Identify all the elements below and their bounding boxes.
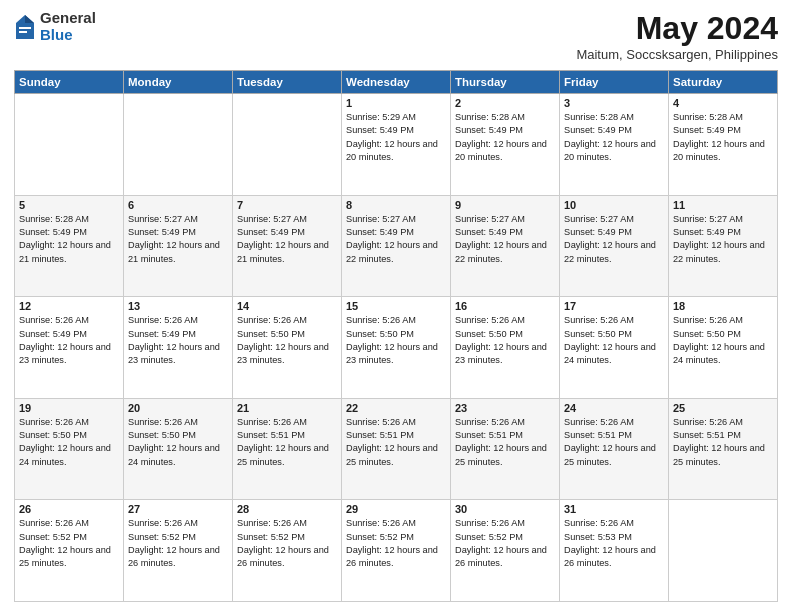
- day-number: 12: [19, 300, 119, 312]
- calendar-cell: 2Sunrise: 5:28 AM Sunset: 5:49 PM Daylig…: [451, 94, 560, 196]
- day-info: Sunrise: 5:26 AM Sunset: 5:52 PM Dayligh…: [237, 517, 337, 570]
- day-info: Sunrise: 5:26 AM Sunset: 5:52 PM Dayligh…: [346, 517, 446, 570]
- calendar-cell: [669, 500, 778, 602]
- day-info: Sunrise: 5:26 AM Sunset: 5:50 PM Dayligh…: [237, 314, 337, 367]
- day-number: 27: [128, 503, 228, 515]
- day-number: 22: [346, 402, 446, 414]
- calendar-cell: 11Sunrise: 5:27 AM Sunset: 5:49 PM Dayli…: [669, 195, 778, 297]
- day-info: Sunrise: 5:26 AM Sunset: 5:49 PM Dayligh…: [19, 314, 119, 367]
- weekday-header-wednesday: Wednesday: [342, 71, 451, 94]
- weekday-header-sunday: Sunday: [15, 71, 124, 94]
- day-info: Sunrise: 5:27 AM Sunset: 5:49 PM Dayligh…: [673, 213, 773, 266]
- calendar-cell: 8Sunrise: 5:27 AM Sunset: 5:49 PM Daylig…: [342, 195, 451, 297]
- day-info: Sunrise: 5:27 AM Sunset: 5:49 PM Dayligh…: [128, 213, 228, 266]
- calendar-cell: 13Sunrise: 5:26 AM Sunset: 5:49 PM Dayli…: [124, 297, 233, 399]
- weekday-header-saturday: Saturday: [669, 71, 778, 94]
- svg-rect-2: [19, 27, 31, 29]
- calendar-cell: 1Sunrise: 5:29 AM Sunset: 5:49 PM Daylig…: [342, 94, 451, 196]
- svg-rect-3: [19, 31, 27, 33]
- calendar-cell: 20Sunrise: 5:26 AM Sunset: 5:50 PM Dayli…: [124, 398, 233, 500]
- day-info: Sunrise: 5:29 AM Sunset: 5:49 PM Dayligh…: [346, 111, 446, 164]
- calendar-cell: 3Sunrise: 5:28 AM Sunset: 5:49 PM Daylig…: [560, 94, 669, 196]
- day-number: 15: [346, 300, 446, 312]
- main-title: May 2024: [576, 10, 778, 47]
- day-number: 3: [564, 97, 664, 109]
- day-number: 16: [455, 300, 555, 312]
- calendar-cell: 16Sunrise: 5:26 AM Sunset: 5:50 PM Dayli…: [451, 297, 560, 399]
- day-info: Sunrise: 5:26 AM Sunset: 5:51 PM Dayligh…: [673, 416, 773, 469]
- day-number: 14: [237, 300, 337, 312]
- calendar-cell: 21Sunrise: 5:26 AM Sunset: 5:51 PM Dayli…: [233, 398, 342, 500]
- day-info: Sunrise: 5:26 AM Sunset: 5:51 PM Dayligh…: [455, 416, 555, 469]
- weekday-header-friday: Friday: [560, 71, 669, 94]
- logo-blue-text: Blue: [40, 27, 96, 44]
- day-number: 1: [346, 97, 446, 109]
- day-info: Sunrise: 5:26 AM Sunset: 5:50 PM Dayligh…: [346, 314, 446, 367]
- weekday-header-tuesday: Tuesday: [233, 71, 342, 94]
- weekday-header-monday: Monday: [124, 71, 233, 94]
- day-number: 28: [237, 503, 337, 515]
- day-info: Sunrise: 5:28 AM Sunset: 5:49 PM Dayligh…: [564, 111, 664, 164]
- day-number: 5: [19, 199, 119, 211]
- calendar-cell: 23Sunrise: 5:26 AM Sunset: 5:51 PM Dayli…: [451, 398, 560, 500]
- calendar-week-5: 26Sunrise: 5:26 AM Sunset: 5:52 PM Dayli…: [15, 500, 778, 602]
- day-info: Sunrise: 5:26 AM Sunset: 5:52 PM Dayligh…: [128, 517, 228, 570]
- day-number: 31: [564, 503, 664, 515]
- day-number: 2: [455, 97, 555, 109]
- header: General Blue May 2024 Maitum, Soccsksarg…: [14, 10, 778, 62]
- calendar-cell: 7Sunrise: 5:27 AM Sunset: 5:49 PM Daylig…: [233, 195, 342, 297]
- day-info: Sunrise: 5:27 AM Sunset: 5:49 PM Dayligh…: [237, 213, 337, 266]
- day-info: Sunrise: 5:28 AM Sunset: 5:49 PM Dayligh…: [673, 111, 773, 164]
- day-info: Sunrise: 5:28 AM Sunset: 5:49 PM Dayligh…: [19, 213, 119, 266]
- day-info: Sunrise: 5:26 AM Sunset: 5:51 PM Dayligh…: [564, 416, 664, 469]
- calendar-week-2: 5Sunrise: 5:28 AM Sunset: 5:49 PM Daylig…: [15, 195, 778, 297]
- calendar-cell: 6Sunrise: 5:27 AM Sunset: 5:49 PM Daylig…: [124, 195, 233, 297]
- day-number: 21: [237, 402, 337, 414]
- calendar-cell: [233, 94, 342, 196]
- day-info: Sunrise: 5:26 AM Sunset: 5:50 PM Dayligh…: [128, 416, 228, 469]
- weekday-header-thursday: Thursday: [451, 71, 560, 94]
- calendar-cell: 19Sunrise: 5:26 AM Sunset: 5:50 PM Dayli…: [15, 398, 124, 500]
- logo-general-text: General: [40, 10, 96, 27]
- calendar-cell: 24Sunrise: 5:26 AM Sunset: 5:51 PM Dayli…: [560, 398, 669, 500]
- day-info: Sunrise: 5:26 AM Sunset: 5:50 PM Dayligh…: [564, 314, 664, 367]
- calendar-cell: 18Sunrise: 5:26 AM Sunset: 5:50 PM Dayli…: [669, 297, 778, 399]
- calendar-body: 1Sunrise: 5:29 AM Sunset: 5:49 PM Daylig…: [15, 94, 778, 602]
- calendar-header: SundayMondayTuesdayWednesdayThursdayFrid…: [15, 71, 778, 94]
- calendar-cell: 25Sunrise: 5:26 AM Sunset: 5:51 PM Dayli…: [669, 398, 778, 500]
- logo: General Blue: [14, 10, 96, 43]
- calendar-week-1: 1Sunrise: 5:29 AM Sunset: 5:49 PM Daylig…: [15, 94, 778, 196]
- calendar-cell: 10Sunrise: 5:27 AM Sunset: 5:49 PM Dayli…: [560, 195, 669, 297]
- day-number: 29: [346, 503, 446, 515]
- calendar-cell: 4Sunrise: 5:28 AM Sunset: 5:49 PM Daylig…: [669, 94, 778, 196]
- day-number: 23: [455, 402, 555, 414]
- calendar-cell: 27Sunrise: 5:26 AM Sunset: 5:52 PM Dayli…: [124, 500, 233, 602]
- calendar-cell: [15, 94, 124, 196]
- day-info: Sunrise: 5:26 AM Sunset: 5:49 PM Dayligh…: [128, 314, 228, 367]
- title-block: May 2024 Maitum, Soccsksargen, Philippin…: [576, 10, 778, 62]
- calendar-cell: 28Sunrise: 5:26 AM Sunset: 5:52 PM Dayli…: [233, 500, 342, 602]
- day-info: Sunrise: 5:26 AM Sunset: 5:52 PM Dayligh…: [455, 517, 555, 570]
- logo-icon: [14, 13, 36, 41]
- day-number: 8: [346, 199, 446, 211]
- day-info: Sunrise: 5:26 AM Sunset: 5:51 PM Dayligh…: [237, 416, 337, 469]
- day-number: 7: [237, 199, 337, 211]
- day-number: 25: [673, 402, 773, 414]
- day-number: 9: [455, 199, 555, 211]
- svg-marker-1: [25, 15, 34, 23]
- subtitle: Maitum, Soccsksargen, Philippines: [576, 47, 778, 62]
- day-number: 18: [673, 300, 773, 312]
- day-number: 11: [673, 199, 773, 211]
- calendar-cell: 14Sunrise: 5:26 AM Sunset: 5:50 PM Dayli…: [233, 297, 342, 399]
- day-number: 17: [564, 300, 664, 312]
- day-number: 4: [673, 97, 773, 109]
- day-number: 6: [128, 199, 228, 211]
- calendar-cell: [124, 94, 233, 196]
- page: General Blue May 2024 Maitum, Soccsksarg…: [0, 0, 792, 612]
- calendar-table: SundayMondayTuesdayWednesdayThursdayFrid…: [14, 70, 778, 602]
- day-number: 10: [564, 199, 664, 211]
- calendar-cell: 31Sunrise: 5:26 AM Sunset: 5:53 PM Dayli…: [560, 500, 669, 602]
- calendar-cell: 15Sunrise: 5:26 AM Sunset: 5:50 PM Dayli…: [342, 297, 451, 399]
- calendar-cell: 22Sunrise: 5:26 AM Sunset: 5:51 PM Dayli…: [342, 398, 451, 500]
- day-info: Sunrise: 5:26 AM Sunset: 5:53 PM Dayligh…: [564, 517, 664, 570]
